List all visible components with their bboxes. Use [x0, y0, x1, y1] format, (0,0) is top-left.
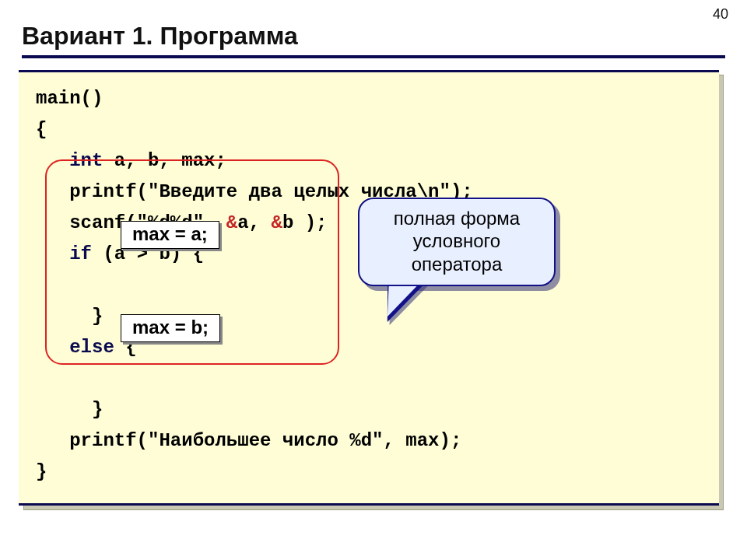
amp-2: & [271, 212, 282, 233]
code-line-1: main() [36, 88, 103, 109]
kw-int: int [36, 150, 103, 171]
code-line-8: } [36, 306, 103, 327]
code-line-12: printf("Наибольшее число %d", max); [36, 430, 461, 451]
code-line-5c: b ); [282, 212, 328, 233]
code-line-3b: a, b, max; [103, 150, 226, 171]
page-number: 40 [713, 6, 728, 23]
code-line-13: } [36, 461, 47, 482]
kw-if: if [36, 243, 92, 264]
slide-title: Вариант 1. Программа [22, 22, 725, 58]
code-line-11: } [36, 399, 103, 420]
callout: полная форма условного оператора [358, 198, 566, 338]
code-line-2: { [36, 119, 47, 140]
kw-else: else [36, 337, 114, 358]
inline-box-max-b: max = b; [121, 314, 220, 342]
amp-1: & [226, 212, 237, 233]
callout-body: полная форма условного оператора [358, 198, 556, 286]
code-line-5b: a, [237, 212, 271, 233]
inline-box-max-a: max = a; [121, 221, 219, 249]
